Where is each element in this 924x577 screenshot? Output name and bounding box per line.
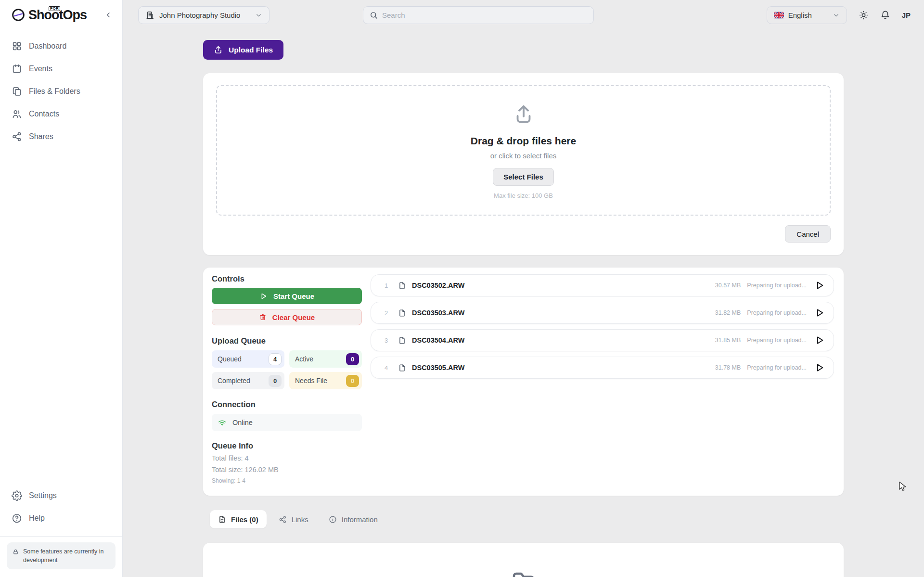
sidebar-item-label: Events [29, 64, 52, 73]
sidebar-item-help[interactable]: Help [6, 509, 116, 528]
dashboard-icon [12, 41, 22, 51]
sidebar-item-label: Dashboard [29, 42, 66, 51]
file-play-button[interactable] [813, 307, 826, 319]
search-box [363, 6, 594, 24]
queue-showing: Showing: 1-4 [212, 477, 362, 484]
language-selector[interactable]: English [767, 6, 847, 24]
file-row: 4 DSC03505.ARW 31.78 MB Preparing for up… [371, 357, 834, 379]
sidebar-footer: Settings Help [0, 486, 122, 536]
sidebar-notice-wrap: Some features are currently in developme… [0, 536, 122, 577]
stat-label: Queued [218, 355, 242, 363]
max-file-size-note: Max file size: 100 GB [494, 192, 553, 199]
upload-queue-title: Upload Queue [212, 336, 362, 346]
file-status: Preparing for upload... [747, 337, 807, 344]
sidebar: FORShootOps Dashboard Events Files & Fol… [0, 0, 123, 577]
language-label: English [788, 11, 828, 19]
file-icon [398, 282, 406, 290]
share-icon [279, 515, 287, 524]
upload-files-button[interactable]: Upload Files [203, 40, 283, 60]
play-icon [259, 292, 268, 300]
sidebar-item-label: Shares [29, 132, 53, 141]
stat-queued: Queued 4 [212, 350, 284, 368]
sidebar-collapse-button[interactable] [102, 9, 115, 21]
tab-links[interactable]: Links [270, 510, 317, 528]
lock-icon [13, 549, 19, 555]
contacts-icon [12, 109, 22, 119]
dropzone-title: Drag & drop files here [471, 135, 576, 147]
company-selector[interactable]: John Photography Studio [138, 6, 270, 24]
development-notice: Some features are currently in developme… [7, 542, 116, 569]
stat-badge: 0 [269, 375, 282, 387]
search-input[interactable] [382, 11, 587, 19]
file-index: 4 [385, 364, 391, 372]
detail-tabs: Files (0) Links Information [203, 510, 844, 528]
file-play-button[interactable] [813, 334, 826, 346]
stat-badge: 4 [269, 353, 282, 365]
file-play-button[interactable] [813, 361, 826, 374]
sidebar-item-label: Contacts [29, 110, 59, 118]
upload-icon [214, 45, 223, 54]
queue-info-title: Queue Info [212, 441, 362, 450]
help-icon [12, 513, 22, 524]
sidebar-item-settings[interactable]: Settings [6, 486, 116, 505]
file-row: 2 DSC03503.ARW 31.82 MB Preparing for up… [371, 302, 834, 324]
upload-tray-icon [513, 103, 535, 126]
select-files-button[interactable]: Select Files [493, 168, 554, 186]
file-status: Preparing for upload... [747, 364, 807, 371]
main-content: Upload Files Drag & drop files here or c… [123, 30, 924, 577]
sidebar-item-label: Settings [29, 491, 57, 500]
file-row: 1 DSC03502.ARW 30.57 MB Preparing for up… [371, 274, 834, 296]
file-name: DSC03505.ARW [412, 364, 715, 372]
wifi-icon [218, 418, 227, 427]
sidebar-item-dashboard[interactable]: Dashboard [6, 37, 116, 56]
app-logo[interactable]: FORShootOps [12, 8, 102, 22]
sidebar-item-contacts[interactable]: Contacts [6, 104, 116, 124]
uk-flag-icon [774, 12, 784, 19]
sidebar-item-events[interactable]: Events [6, 59, 116, 78]
file-index: 1 [385, 282, 391, 289]
connection-title: Connection [212, 400, 362, 409]
file-name: DSC03504.ARW [412, 336, 715, 344]
notifications-bell-button[interactable] [880, 10, 890, 20]
clear-queue-button[interactable]: Clear Queue [212, 309, 362, 325]
cancel-button[interactable]: Cancel [785, 225, 831, 243]
file-size: 31.82 MB [715, 309, 741, 316]
tab-information[interactable]: Information [321, 510, 386, 528]
queue-card: Controls Start Queue Clear Queue Upload … [203, 268, 844, 496]
logo-circle-icon [12, 8, 25, 22]
calendar-icon [12, 64, 22, 74]
upload-card: Drag & drop files here or click to selec… [203, 73, 844, 255]
tab-files[interactable]: Files (0) [210, 510, 267, 528]
file-icon [398, 364, 406, 372]
user-avatar[interactable]: JP [902, 11, 911, 19]
theme-toggle-button[interactable] [859, 10, 869, 20]
chevron-down-icon [255, 12, 262, 19]
files-icon [12, 86, 22, 97]
notice-text: Some features are currently in developme… [23, 547, 110, 564]
share-icon [12, 131, 22, 142]
gear-icon [12, 490, 22, 501]
connection-status: Online [232, 419, 253, 426]
stat-needs-file: Needs File 0 [289, 372, 362, 389]
stat-label: Completed [218, 377, 250, 385]
file-status: Preparing for upload... [747, 309, 807, 316]
files-empty-card [203, 543, 844, 577]
stat-label: Needs File [295, 377, 327, 385]
dropzone-subtitle: or click to select files [490, 152, 557, 160]
tab-label: Files (0) [231, 515, 258, 524]
sidebar-item-shares[interactable]: Shares [6, 127, 116, 146]
brand-tagline: FOR [49, 6, 60, 11]
stat-active: Active 0 [289, 350, 362, 368]
search-icon [370, 11, 378, 19]
file-size: 31.78 MB [715, 364, 741, 371]
file-play-button[interactable] [813, 279, 826, 292]
dropzone[interactable]: Drag & drop files here or click to selec… [216, 85, 831, 216]
start-queue-button[interactable]: Start Queue [212, 288, 362, 304]
file-size: 31.85 MB [715, 337, 741, 344]
queue-total-size: Total size: 126.02 MB [212, 466, 362, 474]
tab-label: Information [342, 515, 378, 524]
connection-status-bar: Online [212, 414, 362, 431]
company-name: John Photography Studio [159, 11, 250, 19]
chevron-down-icon [833, 12, 840, 19]
sidebar-item-files-folders[interactable]: Files & Folders [6, 82, 116, 101]
